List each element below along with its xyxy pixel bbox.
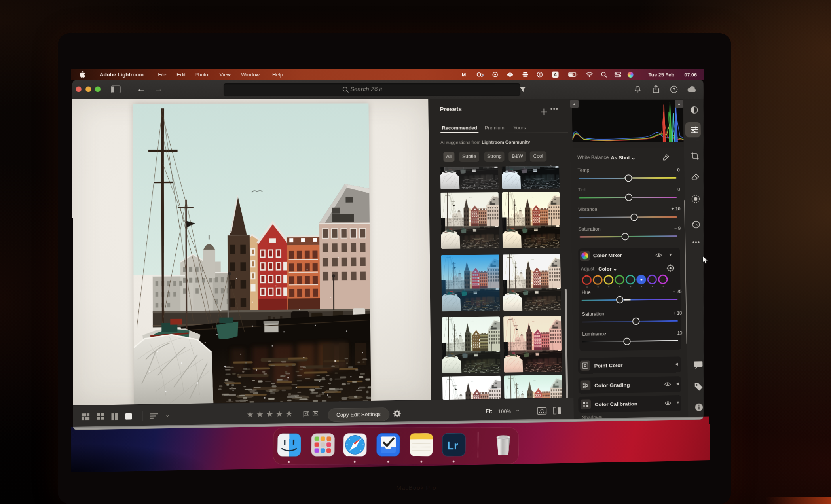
- svg-text:?: ?: [673, 87, 675, 92]
- svg-text:Lr: Lr: [447, 439, 458, 451]
